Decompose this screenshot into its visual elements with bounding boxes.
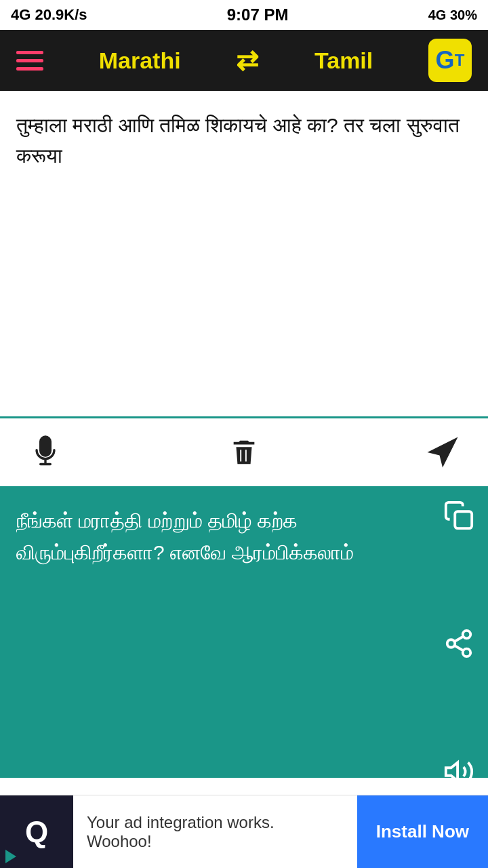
source-language[interactable]: Marathi <box>99 47 181 74</box>
source-text-area[interactable]: तुम्हाला मराठी आणि तमिळ शिकायचे आहे का? … <box>0 91 488 416</box>
svg-marker-6 <box>446 763 458 781</box>
share-button[interactable] <box>443 628 474 661</box>
svg-point-2 <box>447 639 455 648</box>
svg-rect-0 <box>455 511 472 528</box>
hamburger-menu[interactable] <box>16 51 43 71</box>
copy-button[interactable] <box>443 500 474 533</box>
translated-area: நீங்கள் மராத்தி மற்றும் தமிழ் கற்க விரும… <box>0 486 488 778</box>
battery-info: 4G 30% <box>428 7 477 23</box>
svg-point-3 <box>463 649 471 657</box>
toolbar: Marathi ⇄ Tamil G T <box>0 30 488 91</box>
delete-button[interactable] <box>228 434 260 471</box>
google-translate-icon[interactable]: G T <box>428 39 472 82</box>
ad-text: Your ad integration works. Woohoo! <box>73 813 357 851</box>
source-text-content: तुम्हाला मराठी आणि तमिळ शिकायचे आहे का? … <box>16 110 472 171</box>
status-bar: 4G 20.9K/s 9:07 PM 4G 30% <box>0 0 488 30</box>
status-right: 4G 30% <box>428 7 477 23</box>
svg-line-5 <box>454 636 463 642</box>
status-left: 4G 20.9K/s <box>11 6 87 24</box>
target-language[interactable]: Tamil <box>314 47 373 74</box>
google-t-letter: T <box>455 51 465 70</box>
svg-line-4 <box>454 646 463 651</box>
status-time: 9:07 PM <box>227 5 289 24</box>
network-info: 4G 20.9K/s <box>11 6 87 24</box>
controls-row <box>0 418 488 486</box>
translation-actions <box>443 500 474 789</box>
install-now-button[interactable]: Install Now <box>357 795 488 869</box>
speaker-button[interactable] <box>443 756 474 789</box>
translated-text-content: நீங்கள் மராத்தி மற்றும் தமிழ் கற்க விரும… <box>16 505 396 568</box>
microphone-button[interactable] <box>27 434 64 471</box>
ad-play-icon <box>5 850 16 863</box>
send-button[interactable] <box>424 434 461 471</box>
svg-point-1 <box>463 631 471 639</box>
ad-banner: Q Your ad integration works. Woohoo! Ins… <box>0 795 488 868</box>
swap-languages-icon[interactable]: ⇄ <box>236 45 259 76</box>
ad-logo-q: Q <box>25 815 48 849</box>
google-translate-label: G <box>436 46 455 75</box>
ad-logo: Q <box>0 795 73 869</box>
